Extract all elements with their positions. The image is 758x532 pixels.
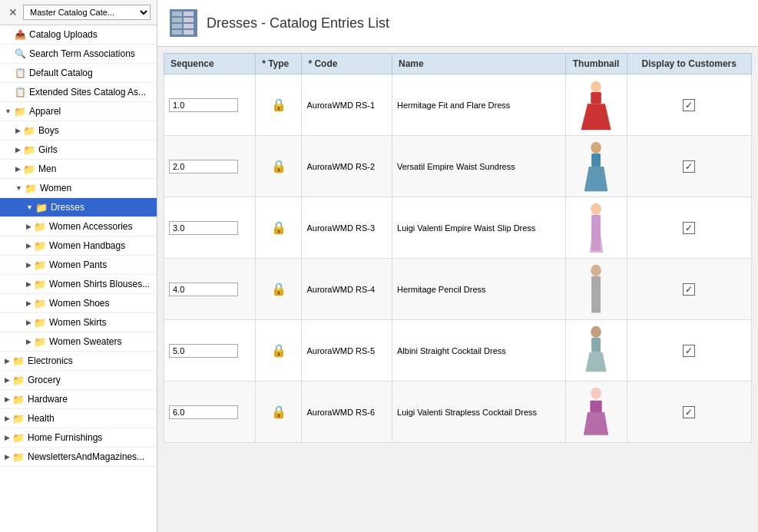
sidebar-item-catalog-uploads[interactable]: 📤Catalog Uploads [0, 25, 157, 45]
sidebar-item-apparel[interactable]: ▼📁Apparel [0, 102, 157, 121]
sidebar-item-dresses[interactable]: ▼📁Dresses [0, 198, 157, 217]
sidebar-item-label: Health [28, 413, 55, 424]
svg-rect-0 [172, 12, 182, 16]
thumbnail-cell [565, 259, 627, 320]
sidebar-close-icon[interactable]: ✕ [6, 6, 20, 18]
sidebar-item-boys[interactable]: ▶📁Boys [0, 121, 157, 140]
lock-icon: 🔒 [271, 221, 286, 234]
sidebar-item-label: Default Catalog [29, 68, 93, 78]
svg-point-17 [591, 264, 601, 276]
svg-rect-6 [184, 24, 194, 28]
seq-input-1[interactable] [169, 98, 238, 112]
sidebar-item-default-catalog[interactable]: 📋Default Catalog [0, 64, 157, 83]
thumbnail-box [573, 385, 619, 439]
sidebar-item-women-sweaters[interactable]: ▶📁Women Sweaters [0, 332, 157, 352]
sidebar-item-electronics[interactable]: ▶📁Electronics [0, 352, 157, 371]
thumbnail-box [573, 140, 619, 193]
display-cell [627, 320, 751, 382]
display-checkbox[interactable] [683, 160, 695, 173]
svg-marker-16 [589, 237, 603, 253]
seq-input-4[interactable] [169, 283, 238, 296]
table-row: 🔒 AuroraWMD RS-2 Versatil Empire Waist S… [164, 136, 752, 197]
sidebar-item-women-accessories[interactable]: ▶📁Women Accessories [0, 217, 157, 236]
sidebar-item-women-shirts-blouses[interactable]: ▶📁Women Shirts Blouses... [0, 275, 157, 294]
sidebar-item-women-handbags[interactable]: ▶📁Women Handbags [0, 236, 157, 256]
sidebar-item-health[interactable]: ▶📁Health [0, 409, 157, 428]
sidebar-item-label: Electronics [28, 355, 73, 366]
type-cell: 🔒 [256, 259, 302, 320]
col-code: * Code [302, 54, 392, 74]
svg-rect-2 [172, 24, 182, 28]
seq-input-5[interactable] [169, 344, 238, 358]
main-content: Dresses - Catalog Entries List Sequence … [157, 0, 758, 532]
seq-input-3[interactable] [169, 221, 238, 235]
col-type[interactable]: * Type [256, 54, 302, 74]
thumbnail-box [573, 324, 619, 378]
folder-icon: 📁 [12, 451, 25, 463]
display-checkbox[interactable] [683, 222, 695, 234]
svg-rect-20 [591, 338, 601, 352]
sidebar-item-search-term-associations[interactable]: 🔍Search Term Associations [0, 45, 157, 64]
chevron-down-icon: ▼ [26, 203, 33, 211]
sidebar-item-men[interactable]: ▶📁Men [0, 160, 157, 179]
folder-icon: 📁 [34, 297, 46, 309]
sidebar-item-newsletters[interactable]: ▶📁NewslettersAndMagazines... [0, 448, 157, 467]
display-checkbox[interactable] [683, 283, 695, 296]
svg-rect-23 [590, 400, 601, 411]
thumbnail-box [573, 78, 619, 132]
sidebar-item-grocery[interactable]: ▶📁Grocery [0, 371, 157, 390]
name-cell: Luigi Valenti Strapless Cocktail Dress [392, 382, 566, 443]
type-cell: 🔒 [256, 382, 302, 443]
lock-icon: 🔒 [271, 160, 286, 173]
type-cell: 🔒 [256, 197, 302, 259]
sidebar-item-women[interactable]: ▼📁Women [0, 179, 157, 198]
folder-icon: 📁 [14, 105, 26, 117]
page-header: Dresses - Catalog Entries List [157, 0, 758, 47]
catalog-icon: 📋 [14, 86, 26, 98]
folder-icon: 📁 [12, 393, 25, 405]
display-checkbox[interactable] [683, 345, 695, 357]
code-cell: AuroraWMD RS-3 [302, 197, 392, 259]
catalog-dropdown[interactable]: Master Catalog Cate... [23, 5, 151, 20]
chevron-right-icon: ▶ [26, 223, 31, 230]
folder-icon: 📁 [34, 220, 46, 233]
display-checkbox[interactable] [683, 99, 695, 111]
code-cell: AuroraWMD RS-4 [302, 259, 392, 320]
folder-icon: 📁 [23, 163, 35, 175]
table-row: 🔒 AuroraWMD RS-5 Albini Straight Cocktai… [164, 320, 752, 382]
sidebar-header: ✕ Master Catalog Cate... [0, 0, 157, 25]
chevron-right-icon: ▶ [26, 299, 31, 307]
name-cell: Hermitage Fit and Flare Dress [392, 74, 566, 136]
svg-rect-12 [591, 154, 601, 167]
sidebar-nav: 📤Catalog Uploads🔍Search Term Association… [0, 25, 157, 532]
chevron-right-icon: ▶ [5, 415, 10, 422]
seq-input-2[interactable] [169, 160, 238, 173]
sidebar-item-label: Hardware [28, 394, 68, 405]
chevron-right-icon: ▶ [15, 165, 21, 173]
lock-icon: 🔒 [271, 283, 286, 296]
sidebar-item-women-skirts[interactable]: ▶📁Women Skirts [0, 313, 157, 332]
folder-icon: 📁 [34, 316, 46, 329]
sidebar-item-extended-sites[interactable]: 📋Extended Sites Catalog As... [0, 83, 157, 102]
sidebar-item-hardware[interactable]: ▶📁Hardware [0, 390, 157, 409]
sidebar-item-home-furnishings[interactable]: ▶📁Home Furnishings [0, 428, 157, 448]
sidebar-item-women-pants[interactable]: ▶📁Women Pants [0, 256, 157, 275]
table-row: 🔒 AuroraWMD RS-4 Hermitage Pencil Dress [164, 259, 752, 320]
name-cell: Hermitage Pencil Dress [392, 259, 566, 320]
seq-input-6[interactable] [169, 405, 238, 419]
folder-icon: 📁 [12, 431, 25, 444]
display-cell [627, 74, 751, 136]
sidebar: ✕ Master Catalog Cate... 📤Catalog Upload… [0, 0, 157, 532]
thumbnail-cell [565, 74, 627, 136]
svg-point-19 [591, 325, 601, 337]
sidebar-item-girls[interactable]: ▶📁Girls [0, 140, 157, 160]
sidebar-item-label: Catalog Uploads [29, 29, 98, 40]
thumbnail-cell [565, 197, 627, 259]
upload-icon: 📤 [14, 28, 26, 41]
sidebar-item-women-shoes[interactable]: ▶📁Women Shoes [0, 294, 157, 313]
sidebar-item-label: Men [38, 164, 56, 174]
seq-cell [164, 197, 256, 259]
name-cell: Albini Straight Cocktail Dress [392, 320, 566, 382]
display-checkbox[interactable] [683, 406, 695, 418]
display-cell [627, 259, 751, 320]
